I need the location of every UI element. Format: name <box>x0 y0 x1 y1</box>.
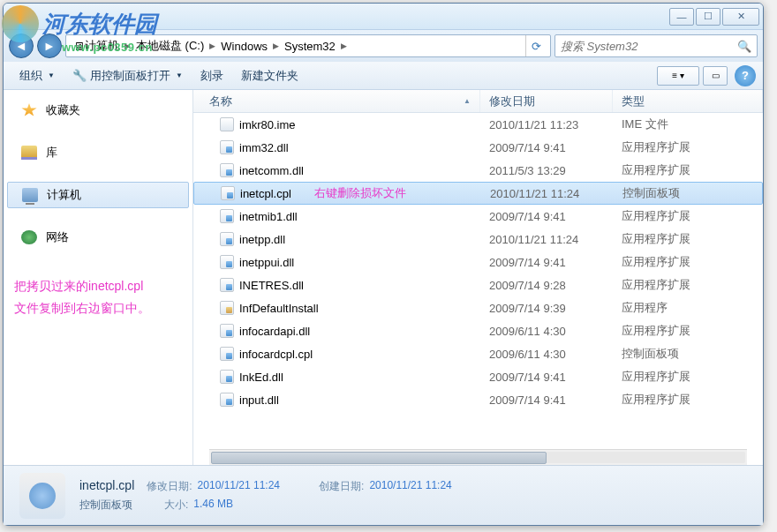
row-annotation: 右键删除损坏文件 <box>314 185 406 201</box>
file-date: 2009/7/14 9:41 <box>480 256 613 269</box>
table-row[interactable]: inetpp.dll2010/11/21 11:24应用程序扩展 <box>193 228 763 251</box>
file-name: infocardapi.dll <box>239 325 310 338</box>
burn-button[interactable]: 刻录 <box>192 64 232 87</box>
file-name: inetppui.dll <box>239 256 294 269</box>
column-type[interactable]: 类型 <box>613 90 763 112</box>
file-type: 应用程序 <box>613 300 763 316</box>
sidebar-item-favorites[interactable]: 收藏夹 <box>4 97 192 124</box>
file-type: 应用程序扩展 <box>613 392 763 408</box>
column-date[interactable]: 修改日期 <box>480 90 613 112</box>
file-icon <box>220 232 234 246</box>
file-date: 2011/5/3 13:29 <box>480 164 613 177</box>
network-icon <box>21 230 37 244</box>
file-icon <box>220 278 234 292</box>
table-row[interactable]: InkEd.dll2009/7/14 9:41应用程序扩展 <box>193 365 763 388</box>
column-name[interactable]: 名称▲ <box>193 90 480 112</box>
file-date: 2010/11/21 11:24 <box>480 233 613 246</box>
file-date: 2009/7/14 9:41 <box>480 141 613 154</box>
arrow-right-icon: ◄ <box>43 39 56 53</box>
file-type: 应用程序扩展 <box>613 162 763 178</box>
search-box[interactable]: 🔍 <box>554 34 758 57</box>
table-row[interactable]: inetcomm.dll2011/5/3 13:29应用程序扩展 <box>193 159 763 182</box>
file-list-pane: 名称▲ 修改日期 类型 imkr80.ime2010/11/21 11:23IM… <box>193 90 763 465</box>
search-icon: 🔍 <box>737 40 751 53</box>
breadcrumb-drive[interactable]: 本地磁盘 (C:) <box>132 38 207 54</box>
file-date: 2009/7/14 9:39 <box>480 302 613 315</box>
computer-icon <box>22 188 38 202</box>
file-name: infocardcpl.cpl <box>239 348 313 361</box>
instruction-annotation: 把拷贝过来的inetcpl.cpl 文件复制到右边窗口中。 <box>4 266 192 328</box>
file-date: 2009/7/14 9:41 <box>480 371 613 384</box>
table-row[interactable]: inetppui.dll2009/7/14 9:41应用程序扩展 <box>193 251 763 273</box>
explorer-window: — ☐ ✕ ◄ ◄ 🖥 计算机▶ 本地磁盘 (C:)▶ Windows▶ Sys… <box>3 3 764 526</box>
search-input[interactable] <box>561 40 737 53</box>
table-row[interactable]: input.dll2009/7/14 9:41应用程序扩展 <box>193 388 763 411</box>
breadcrumb-computer[interactable]: 🖥 计算机 <box>70 38 123 54</box>
titlebar: — ☐ ✕ <box>4 4 763 30</box>
arrow-left-icon: ◄ <box>15 39 27 53</box>
sidebar-item-network[interactable]: 网络 <box>4 224 192 251</box>
file-name: InfDefaultInstall <box>239 302 319 315</box>
sidebar-item-computer[interactable]: 计算机 <box>7 182 189 208</box>
address-bar: ◄ ◄ 🖥 计算机▶ 本地磁盘 (C:)▶ Windows▶ System32▶… <box>4 30 763 62</box>
file-type: 控制面板项 <box>613 346 763 362</box>
file-date: 2009/7/14 9:28 <box>480 279 613 292</box>
table-row[interactable]: inetmib1.dll2009/7/14 9:41应用程序扩展 <box>193 205 763 228</box>
file-icon <box>220 324 234 338</box>
details-pane: inetcpl.cpl 修改日期: 2010/11/21 11:24 创建日期:… <box>4 465 763 525</box>
column-headers: 名称▲ 修改日期 类型 <box>193 90 763 113</box>
view-mode-button[interactable]: ≡ ▾ <box>657 66 699 86</box>
file-date: 2009/7/14 9:41 <box>480 210 613 223</box>
horizontal-scrollbar[interactable] <box>209 449 747 465</box>
forward-button[interactable]: ◄ <box>37 34 62 58</box>
refresh-button[interactable]: ⟳ <box>525 35 547 56</box>
library-icon <box>21 146 37 160</box>
file-name: inetcomm.dll <box>239 164 304 177</box>
file-date: 2010/11/21 11:24 <box>481 187 614 200</box>
file-type: 控制面板项 <box>614 185 762 201</box>
file-icon <box>220 163 234 177</box>
table-row[interactable]: imkr80.ime2010/11/21 11:23IME 文件 <box>193 113 763 136</box>
back-button[interactable]: ◄ <box>9 34 34 58</box>
maximize-button[interactable]: ☐ <box>696 8 720 26</box>
table-row[interactable]: imm32.dll2009/7/14 9:41应用程序扩展 <box>193 136 763 159</box>
organize-button[interactable]: 组织▼ <box>11 64 64 87</box>
file-type: 应用程序扩展 <box>613 139 763 155</box>
table-row[interactable]: inetcpl.cpl右键删除损坏文件2010/11/21 11:24控制面板项 <box>193 182 763 205</box>
open-with-button[interactable]: 🔧 用控制面板打开▼ <box>64 64 192 87</box>
table-row[interactable]: INETRES.dll2009/7/14 9:28应用程序扩展 <box>193 273 763 296</box>
file-type: 应用程序扩展 <box>613 254 763 270</box>
file-date: 2009/7/14 9:41 <box>480 393 613 407</box>
help-button[interactable]: ? <box>735 65 756 86</box>
file-type: 应用程序扩展 <box>613 369 763 385</box>
breadcrumb-windows[interactable]: Windows <box>217 40 271 53</box>
file-type: 应用程序扩展 <box>613 323 763 339</box>
file-type: IME 文件 <box>613 116 763 132</box>
navigation-sidebar: 收藏夹 库 计算机 网络 把拷贝过来的inetcpl.cpl 文件复制到右边窗口… <box>4 90 193 465</box>
file-type-icon <box>19 473 65 519</box>
content-area: 收藏夹 库 计算机 网络 把拷贝过来的inetcpl.cpl 文件复制到右边窗口… <box>4 90 763 465</box>
file-icon <box>220 209 234 223</box>
file-name: INETRES.dll <box>239 279 304 292</box>
breadcrumb[interactable]: 🖥 计算机▶ 本地磁盘 (C:)▶ Windows▶ System32▶ ⟳ <box>65 34 551 57</box>
minimize-button[interactable]: — <box>669 8 694 26</box>
details-filename: inetcpl.cpl <box>79 478 134 492</box>
preview-pane-button[interactable]: ▭ <box>703 66 728 86</box>
file-type: 应用程序扩展 <box>613 208 763 224</box>
file-name: InkEd.dll <box>239 371 283 384</box>
file-name: inetpp.dll <box>239 233 285 246</box>
close-button[interactable]: ✕ <box>722 8 759 26</box>
table-row[interactable]: infocardcpl.cpl2009/6/11 4:30控制面板项 <box>193 342 763 365</box>
sidebar-item-libraries[interactable]: 库 <box>4 139 192 166</box>
file-list[interactable]: imkr80.ime2010/11/21 11:23IME 文件imm32.dl… <box>193 113 763 449</box>
table-row[interactable]: InfDefaultInstall2009/7/14 9:39应用程序 <box>193 296 763 319</box>
table-row[interactable]: infocardapi.dll2009/6/11 4:30应用程序扩展 <box>193 319 763 342</box>
file-name: imkr80.ime <box>239 118 296 131</box>
new-folder-button[interactable]: 新建文件夹 <box>232 64 307 87</box>
details-type: 控制面板项 <box>79 498 132 513</box>
file-icon <box>220 255 234 269</box>
breadcrumb-system32[interactable]: System32 <box>281 40 339 53</box>
file-icon <box>220 301 234 315</box>
file-type: 应用程序扩展 <box>613 277 763 293</box>
file-name: imm32.dll <box>239 141 289 154</box>
